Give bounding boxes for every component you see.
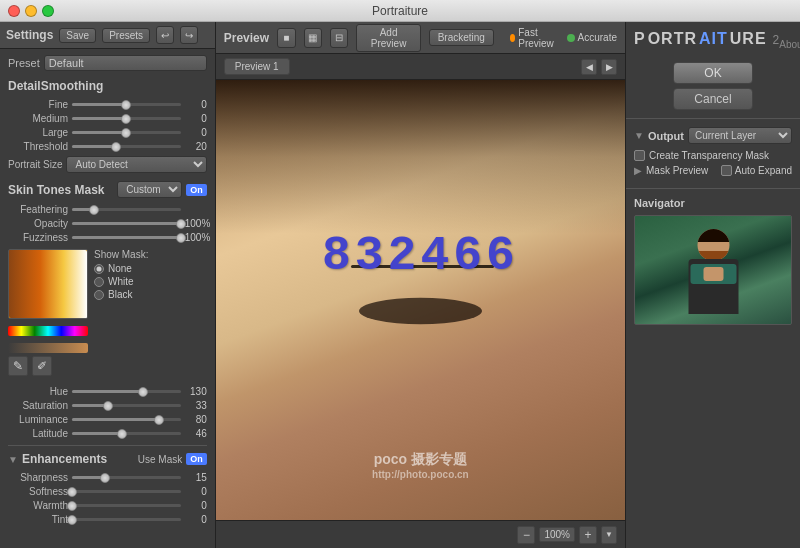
slider-value: 100% (185, 232, 207, 243)
save-button[interactable]: Save (59, 28, 96, 43)
maximize-button[interactable] (42, 5, 54, 17)
accurate-dot (567, 34, 575, 42)
portrait-size-select[interactable]: Auto Detect (66, 156, 206, 173)
skin-tones-preset-select[interactable]: Custom (117, 181, 182, 198)
none-radio[interactable] (94, 264, 104, 274)
enhancements-header: ▼ Enhancements Use Mask On (8, 452, 207, 466)
zoom-out-button[interactable]: − (517, 526, 535, 544)
slider-label: Softness (8, 486, 68, 497)
mask-preview-label: Mask Preview (646, 165, 717, 176)
layout-split-button[interactable]: ▦ (304, 28, 322, 48)
layout-single-button[interactable]: ■ (277, 28, 295, 48)
skin-tones-header: Skin Tones Mask Custom On (8, 181, 207, 198)
slider-track[interactable] (72, 418, 181, 421)
close-button[interactable] (8, 5, 20, 17)
zoom-dropdown-button[interactable]: ▼ (601, 526, 617, 544)
preview-image-area: 832466 poco 摄影专题 http://photo.poco.cn (216, 80, 625, 520)
hue-bar[interactable] (8, 326, 88, 336)
bracketing-button[interactable]: Bracketing (429, 29, 494, 46)
alpha-bar[interactable] (8, 343, 88, 353)
slider-label: Fuzziness (8, 232, 68, 243)
slider-track[interactable] (72, 490, 181, 493)
prev-nav-button[interactable]: ◀ (581, 59, 597, 75)
preset-select[interactable]: Default (44, 55, 207, 71)
show-mask-white[interactable]: White (94, 276, 207, 287)
redo-button[interactable]: ↪ (180, 26, 198, 44)
slider-track[interactable] (72, 145, 181, 148)
zoom-in-button[interactable]: + (579, 526, 597, 544)
eyedropper-remove-button[interactable]: ✐ (32, 356, 52, 376)
accurate-option[interactable]: Accurate (567, 32, 617, 43)
slider-value: 100% (185, 218, 207, 229)
ok-button[interactable]: OK (673, 62, 753, 84)
use-mask-label: Use Mask (111, 454, 182, 465)
slider-label: Luminance (8, 414, 68, 425)
enh-slider-warmth: Warmth 0 (8, 500, 207, 511)
detail-slider-large: Large 0 (8, 127, 207, 138)
undo-button[interactable]: ↩ (156, 26, 174, 44)
slider-track[interactable] (72, 208, 181, 211)
right-top: PORTRAITURE 2 About Help OK Cancel (626, 22, 800, 119)
slider-track[interactable] (72, 432, 181, 435)
zoom-controls: − 100% + ▼ (517, 526, 617, 544)
show-mask-none[interactable]: None (94, 263, 207, 274)
color-gradient[interactable] (8, 249, 88, 319)
show-mask-black[interactable]: Black (94, 289, 207, 300)
slider-track[interactable] (72, 404, 181, 407)
black-radio-label: Black (108, 289, 132, 300)
presets-button[interactable]: Presets (102, 28, 150, 43)
slider-track[interactable] (72, 518, 181, 521)
slider-track[interactable] (72, 117, 181, 120)
window-controls[interactable] (8, 5, 54, 17)
slider-label: Threshold (8, 141, 68, 152)
hsl-slider-hue: Hue 130 (8, 386, 207, 397)
enhancements-toggle[interactable]: ▼ (8, 454, 18, 465)
color-picker-area: ✎ ✐ Show Mask: None White (8, 249, 207, 380)
slider-label: Tint (8, 514, 68, 525)
add-preview-button[interactable]: Add Preview (356, 24, 420, 52)
slider-track[interactable] (72, 476, 181, 479)
slider-value: 0 (185, 127, 207, 138)
slider-track[interactable] (72, 222, 181, 225)
detail-slider-medium: Medium 0 (8, 113, 207, 124)
preview-1-tab[interactable]: Preview 1 (224, 58, 290, 75)
auto-expand-checkbox[interactable] (721, 165, 732, 176)
slider-value: 0 (185, 486, 207, 497)
mask-preview-row: ▶ Mask Preview Auto Expand (634, 165, 792, 176)
logo-ure: URE (730, 30, 767, 48)
output-layer-select[interactable]: Current Layer (688, 127, 792, 144)
eyedropper-add-button[interactable]: ✎ (8, 356, 28, 376)
portrait-size-label: Portrait Size (8, 159, 62, 170)
slider-value: 80 (185, 414, 207, 425)
minimize-button[interactable] (25, 5, 37, 17)
slider-track[interactable] (72, 236, 181, 239)
black-radio[interactable] (94, 290, 104, 300)
mask-preview-toggle[interactable]: ▶ (634, 165, 642, 176)
enh-slider-softness: Softness 0 (8, 486, 207, 497)
preset-row: Preset Default (8, 55, 207, 71)
create-transparency-checkbox[interactable] (634, 150, 645, 161)
slider-track[interactable] (72, 103, 181, 106)
about-link[interactable]: About (779, 39, 800, 50)
auto-expand-label: Auto Expand (735, 165, 792, 176)
layout-multi-button[interactable]: ⊟ (330, 28, 348, 48)
output-toggle[interactable]: ▼ (634, 130, 644, 141)
create-transparency-row: Create Transparency Mask (634, 150, 792, 161)
preset-label: Preset (8, 57, 40, 69)
slider-track[interactable] (72, 390, 181, 393)
slider-track[interactable] (72, 504, 181, 507)
fast-preview-option[interactable]: Fast Preview (510, 27, 557, 49)
slider-label: Medium (8, 113, 68, 124)
next-nav-button[interactable]: ▶ (601, 59, 617, 75)
cancel-button[interactable]: Cancel (673, 88, 753, 110)
white-radio[interactable] (94, 277, 104, 287)
auto-expand-check: Auto Expand (721, 165, 792, 176)
preview-mode-group: Fast Preview Accurate (510, 27, 617, 49)
enh-slider-tint: Tint 0 (8, 514, 207, 525)
slider-value: 46 (185, 428, 207, 439)
left-panel: Settings Save Presets ↩ ↪ Preset Default… (0, 22, 216, 548)
slider-value: 0 (185, 500, 207, 511)
slider-value: 33 (185, 400, 207, 411)
slider-track[interactable] (72, 131, 181, 134)
undo-icon: ↩ (161, 30, 169, 41)
